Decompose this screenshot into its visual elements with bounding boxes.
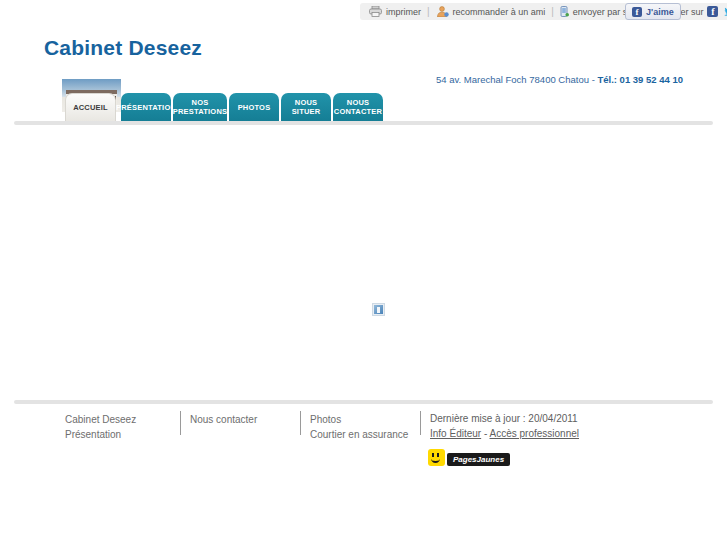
page-title: Cabinet Deseez xyxy=(44,36,202,60)
mobile-phone-icon xyxy=(560,6,569,17)
main-nav: ACCUEIL PRÉSENTATION NOS PRESTATIONS PHO… xyxy=(65,93,385,121)
pro-access-link[interactable]: Accès professionnel xyxy=(490,428,580,439)
tab-nous-contacter[interactable]: NOUS CONTACTER xyxy=(333,93,383,121)
broken-image-glyph xyxy=(377,307,380,313)
tab-accueil[interactable]: ACCUEIL xyxy=(65,93,116,121)
smiley-mouth xyxy=(431,456,440,463)
page: imprimer | recommander à un ami | envoye… xyxy=(0,0,727,545)
footer-legal-links: Info Éditeur - Accès professionnel xyxy=(430,428,579,439)
toolbar-separator: | xyxy=(427,6,430,17)
printer-icon xyxy=(369,6,382,17)
facebook-like-button[interactable]: f J'aime xyxy=(625,3,681,20)
footer-column-photos: Photos Courtier en assurance xyxy=(310,414,408,444)
tab-nous-situer[interactable]: NOUS SITUER xyxy=(281,93,331,121)
pagesjaunes-smiley-icon xyxy=(428,449,445,466)
tab-photos[interactable]: PHOTOS xyxy=(229,93,279,121)
person-icon xyxy=(436,6,449,17)
tab-label: NOUS SITUER xyxy=(284,98,328,116)
tab-label: ACCUEIL xyxy=(73,103,108,112)
recommend-button[interactable]: recommander à un ami xyxy=(436,6,546,17)
print-label: imprimer xyxy=(386,7,421,17)
pagesjaunes-logo[interactable]: PagesJaunes xyxy=(428,449,510,466)
footer-link-cabinet-deseez[interactable]: Cabinet Deseez xyxy=(65,414,136,425)
twitter-share-icon[interactable] xyxy=(722,6,727,17)
tab-label: PHOTOS xyxy=(238,103,271,112)
tab-label: PRÉSENTATION xyxy=(116,103,176,112)
footer-link-nous-contacter[interactable]: Nous contacter xyxy=(190,414,257,425)
content-top-divider xyxy=(14,121,713,125)
print-button[interactable]: imprimer xyxy=(369,6,421,17)
footer-column-site: Cabinet Deseez Présentation xyxy=(65,414,136,444)
recommend-label: recommander à un ami xyxy=(453,7,546,17)
facebook-share-icon[interactable]: f xyxy=(707,6,718,17)
tab-nos-prestations[interactable]: NOS PRESTATIONS xyxy=(173,93,227,121)
footer-separator xyxy=(300,411,301,435)
tab-label: NOUS CONTACTER xyxy=(334,98,382,116)
toolbar-separator: | xyxy=(551,6,554,17)
phone-number: Tél.: 01 39 52 44 10 xyxy=(597,74,683,85)
tab-presentation[interactable]: PRÉSENTATION xyxy=(121,93,171,121)
address-text: 54 av. Marechal Foch 78400 Chatou xyxy=(436,74,589,85)
broken-image-icon xyxy=(372,303,385,316)
tab-label: NOS PRESTATIONS xyxy=(173,98,227,116)
footer-link-photos[interactable]: Photos xyxy=(310,414,408,425)
like-label: J'aime xyxy=(646,7,674,17)
footer-column-contact: Nous contacter xyxy=(190,414,257,429)
footer-link-presentation[interactable]: Présentation xyxy=(65,429,136,440)
facebook-icon: f xyxy=(632,7,642,17)
last-update-text: Dernière mise à jour : 20/04/2011 xyxy=(430,413,578,424)
address-line: 54 av. Marechal Foch 78400 Chatou - Tél.… xyxy=(436,74,683,85)
footer-separator xyxy=(420,411,421,435)
pagesjaunes-wordmark: PagesJaunes xyxy=(447,453,510,466)
info-editor-link[interactable]: Info Éditeur xyxy=(430,428,481,439)
content-bottom-divider xyxy=(14,400,713,404)
footer-link-courtier[interactable]: Courtier en assurance xyxy=(310,429,408,440)
footer-separator xyxy=(180,411,181,435)
